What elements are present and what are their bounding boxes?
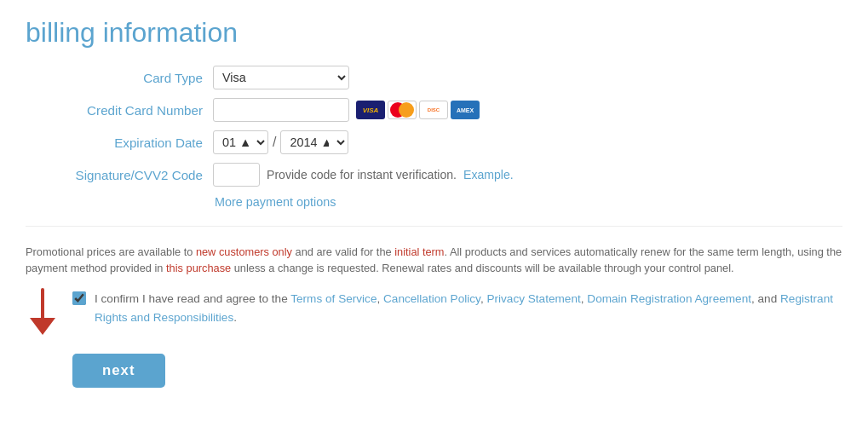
- arrow-indicator: [26, 285, 60, 337]
- expiration-date-label: Expiration Date: [26, 135, 213, 150]
- expiry-month-select[interactable]: 01 ▲▼ 02 03 04 05 06 07 08 09 10 11 12: [213, 130, 268, 154]
- promo-text: Promotional prices are available to new …: [26, 244, 842, 276]
- billing-form: Card Type Visa Mastercard Discover Ameri…: [26, 66, 842, 209]
- svg-marker-1: [30, 318, 55, 335]
- cvv-control: Provide code for instant verification. E…: [213, 163, 514, 187]
- cvv-hint: Provide code for instant verification.: [267, 168, 457, 182]
- confirm-section: I confirm I have read and agree to the T…: [26, 290, 842, 337]
- page-title: billing information: [26, 17, 842, 49]
- mastercard-icon: [388, 101, 417, 119]
- amex-icon: AMEX: [451, 101, 480, 119]
- cvv-label: Signature/CVV2 Code: [26, 168, 213, 182]
- privacy-link[interactable]: Privacy Statement: [486, 292, 580, 305]
- card-type-control: Visa Mastercard Discover American Expres…: [213, 66, 349, 89]
- card-type-label: Card Type: [26, 71, 213, 85]
- promo-highlight-purchase: this purchase: [166, 262, 231, 274]
- expiry-separator: /: [273, 135, 276, 150]
- cvv-example-link[interactable]: Example.: [463, 168, 514, 182]
- domain-reg-link[interactable]: Domain Registration Agreement: [587, 292, 751, 305]
- arrow-icon: [26, 285, 60, 337]
- expiration-date-row: Expiration Date 01 ▲▼ 02 03 04 05 06 07 …: [26, 130, 842, 154]
- divider: [26, 226, 842, 227]
- next-button[interactable]: next: [72, 354, 165, 388]
- visa-icon: VISA: [356, 101, 385, 119]
- confirm-checkbox[interactable]: [72, 291, 86, 305]
- promo-highlight-new: new customers only: [196, 245, 292, 258]
- card-type-select[interactable]: Visa Mastercard Discover American Expres…: [213, 66, 349, 89]
- cancellation-link[interactable]: Cancellation Policy: [383, 292, 480, 305]
- credit-card-control: VISA DISC AMEX: [213, 98, 480, 122]
- card-type-row: Card Type Visa Mastercard Discover Ameri…: [26, 66, 842, 89]
- expiration-date-control: 01 ▲▼ 02 03 04 05 06 07 08 09 10 11 12 /…: [213, 130, 348, 154]
- terms-link[interactable]: Terms of Service: [290, 292, 377, 305]
- credit-card-row: Credit Card Number VISA DISC AMEX: [26, 98, 842, 122]
- credit-card-label: Credit Card Number: [26, 103, 213, 118]
- discover-icon: DISC: [419, 101, 448, 119]
- credit-card-input[interactable]: [213, 98, 349, 122]
- cvv-input[interactable]: [213, 163, 260, 187]
- cvv-row: Signature/CVV2 Code Provide code for ins…: [26, 163, 842, 187]
- confirm-text: I confirm I have read and agree to the T…: [95, 290, 842, 327]
- card-brand-icons: VISA DISC AMEX: [356, 101, 480, 119]
- more-payment-link[interactable]: More payment options: [215, 195, 842, 209]
- promo-highlight-term: initial term: [394, 245, 444, 258]
- expiry-year-select[interactable]: 2014 ▲▼ 2015 2016 2017 2018 2019 2020 20…: [280, 130, 348, 154]
